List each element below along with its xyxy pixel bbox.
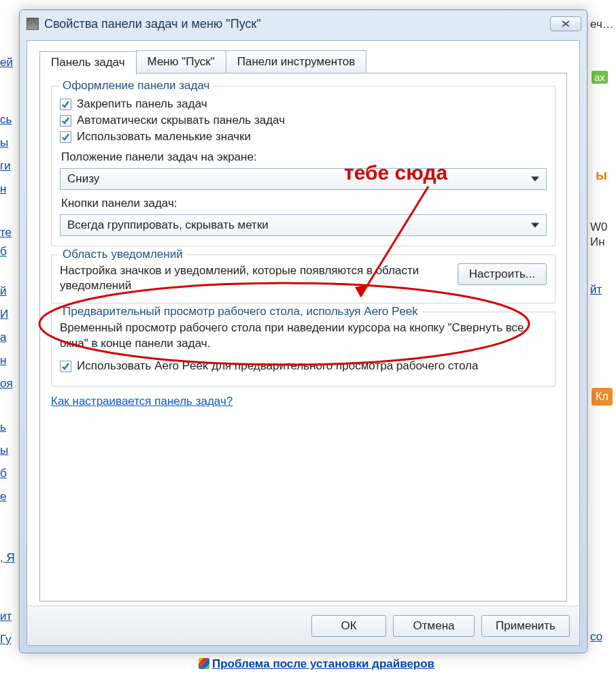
bg-link[interactable]: те bbox=[0, 226, 12, 240]
bg-link[interactable]: н bbox=[0, 354, 6, 367]
tabstrip: Панель задач Меню "Пуск" Панели инструме… bbox=[39, 50, 366, 74]
check-icon bbox=[61, 133, 70, 142]
group-aero-peek: Предварительный просмотр рабочего стола,… bbox=[51, 312, 555, 386]
label-position: Положение панели задач на экране: bbox=[61, 150, 547, 164]
check-icon bbox=[61, 362, 70, 371]
label-lock: Закрепить панель задач bbox=[77, 97, 207, 111]
group-notification-area: Область уведомлений Настройка значков и … bbox=[51, 254, 555, 303]
bg-link[interactable]: ей bbox=[0, 56, 13, 69]
aero-description: Временный просмотр рабочего стола при на… bbox=[60, 320, 547, 352]
tab-startmenu[interactable]: Меню "Пуск" bbox=[136, 50, 226, 74]
notification-text: Настройка значков и уведомлений, которые… bbox=[60, 263, 449, 293]
bg-link[interactable]: йт bbox=[590, 283, 602, 297]
bg-link[interactable]: сь bbox=[0, 113, 12, 127]
bg-bottom-link[interactable]: Проблема после установки драйверов bbox=[199, 657, 434, 671]
tab-taskbar[interactable]: Панель задач bbox=[39, 51, 137, 75]
apply-button[interactable]: Применить bbox=[481, 615, 570, 637]
bg-link[interactable]: н bbox=[0, 182, 6, 196]
bg-link[interactable]: ит bbox=[0, 610, 12, 623]
customize-button[interactable]: Настроить... bbox=[458, 263, 547, 285]
chevron-down-icon bbox=[531, 223, 539, 228]
dialog-client: Панель задач Меню "Пуск" Панели инструме… bbox=[27, 40, 580, 646]
bg-link[interactable]: Гу bbox=[0, 633, 12, 646]
app-icon bbox=[27, 18, 39, 30]
group-aero-legend: Предварительный просмотр рабочего стола,… bbox=[58, 305, 422, 318]
row-smallicons: Использовать маленькие значки bbox=[60, 130, 547, 144]
label-aero-peek: Использовать Aero Peek для предварительн… bbox=[77, 359, 478, 374]
titlebar[interactable]: Свойства панели задач и меню "Пуск" bbox=[20, 10, 587, 37]
group-appearance: Оформление панели задач Закрепить панель… bbox=[51, 86, 555, 246]
check-icon bbox=[61, 116, 70, 125]
close-icon bbox=[561, 20, 570, 27]
bg-link[interactable]: со bbox=[590, 630, 602, 644]
chevron-down-icon bbox=[531, 177, 539, 182]
ok-button[interactable]: ОК bbox=[311, 615, 386, 637]
checkbox-smallicons[interactable] bbox=[60, 131, 71, 143]
combo-position[interactable]: Снизу bbox=[60, 168, 547, 190]
bg-link[interactable]: ги bbox=[0, 159, 11, 173]
label-autohide: Автоматически скрывать панель задач bbox=[77, 114, 285, 127]
checkbox-aero-peek[interactable] bbox=[60, 361, 71, 372]
cancel-button[interactable]: Отмена bbox=[393, 615, 475, 637]
bg-text: W0 bbox=[590, 220, 608, 234]
shield-icon bbox=[199, 658, 209, 669]
bg-text: еч… bbox=[590, 18, 614, 31]
bg-orange-letter: ы bbox=[596, 167, 607, 183]
dialog-button-bar: ОК Отмена Применить bbox=[27, 606, 579, 645]
bg-link[interactable]: И bbox=[0, 308, 8, 321]
bg-link[interactable]: ы bbox=[0, 444, 8, 457]
label-smallicons: Использовать маленькие значки bbox=[77, 130, 251, 144]
bg-badge: ax bbox=[592, 71, 608, 84]
bg-link[interactable]: б bbox=[0, 245, 7, 259]
check-icon bbox=[61, 100, 70, 109]
combo-buttons[interactable]: Всегда группировать, скрывать метки bbox=[60, 214, 547, 236]
bg-link[interactable]: оя bbox=[0, 377, 13, 391]
bg-link[interactable]: ь bbox=[0, 421, 6, 434]
help-link[interactable]: Как настраивается панель задач? bbox=[51, 395, 233, 408]
dialog-window: Свойства панели задач и меню "Пуск" Пане… bbox=[19, 10, 587, 653]
bg-link[interactable]: а bbox=[0, 331, 6, 344]
row-lock: Закрепить панель задач bbox=[60, 97, 547, 111]
bg-bottom-link-text: Проблема после установки драйверов bbox=[212, 657, 434, 670]
tab-toolbars[interactable]: Панели инструментов bbox=[226, 50, 366, 74]
combo-position-value: Снизу bbox=[67, 172, 99, 186]
bg-link[interactable]: , Я bbox=[0, 551, 15, 565]
group-notification-legend: Область уведомлений bbox=[58, 248, 187, 261]
close-button[interactable] bbox=[550, 16, 581, 31]
row-autohide: Автоматически скрывать панель задач bbox=[60, 114, 547, 127]
tab-panel-taskbar: Оформление панели задач Закрепить панель… bbox=[39, 73, 567, 602]
bg-link[interactable]: й bbox=[0, 284, 7, 298]
bg-orange-button[interactable]: Кл bbox=[592, 388, 613, 406]
label-buttons: Кнопки панели задач: bbox=[61, 197, 547, 210]
bg-link[interactable]: е bbox=[0, 490, 6, 504]
bg-link[interactable]: ы bbox=[0, 136, 8, 150]
row-aero-checkbox: Использовать Aero Peek для предварительн… bbox=[60, 359, 547, 374]
bg-text: Ин bbox=[590, 235, 605, 249]
checkbox-autohide[interactable] bbox=[60, 115, 71, 127]
bg-link[interactable]: б bbox=[0, 467, 7, 480]
group-appearance-legend: Оформление панели задач bbox=[58, 79, 213, 93]
window-title: Свойства панели задач и меню "Пуск" bbox=[44, 17, 550, 31]
checkbox-lock[interactable] bbox=[60, 99, 71, 110]
combo-buttons-value: Всегда группировать, скрывать метки bbox=[67, 218, 269, 232]
